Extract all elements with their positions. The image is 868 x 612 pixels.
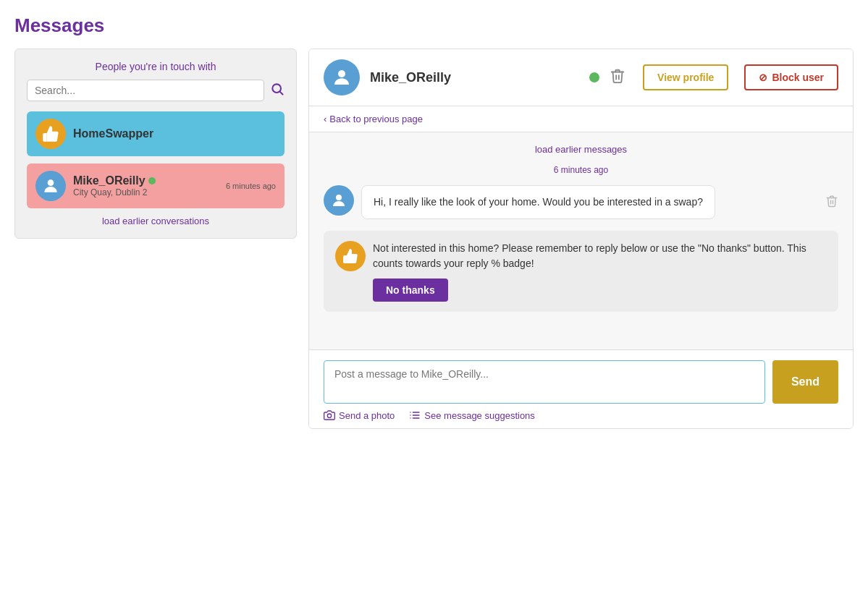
- svg-point-3: [338, 70, 345, 77]
- msg-avatar-mike: [324, 185, 354, 216]
- right-panel: Mike_OReilly View profile ⊘ Block user: [308, 48, 854, 429]
- svg-point-4: [336, 195, 342, 200]
- input-links: Send a photo See message suggestions: [324, 409, 838, 421]
- mike-time: 6 minutes ago: [226, 182, 276, 190]
- message-row-received: Hi, I really like the look of your home.…: [324, 185, 838, 219]
- svg-line-1: [280, 91, 283, 94]
- mike-name: Mike_OReilly: [73, 174, 219, 187]
- left-panel: People you're in touch with: [14, 48, 297, 239]
- message-bubble: Hi, I really like the look of your home.…: [361, 185, 715, 219]
- chat-delete-button[interactable]: [610, 68, 625, 88]
- msg-user-icon: [330, 192, 347, 209]
- contacts-heading: People you're in touch with: [27, 61, 285, 72]
- system-avatar: [335, 241, 366, 271]
- mike-location: City Quay, Dublin 2: [73, 187, 219, 197]
- mike-info: Mike_OReilly City Quay, Dublin 2: [73, 174, 219, 197]
- suggestions-icon: [409, 409, 421, 421]
- search-icon: [270, 82, 285, 96]
- load-earlier-conversations[interactable]: load earlier conversations: [27, 216, 285, 226]
- input-row: Send: [324, 360, 838, 404]
- search-container: [27, 80, 285, 101]
- camera-icon: [324, 409, 335, 421]
- thumbsup-icon-system: [342, 247, 359, 265]
- chat-online-indicator: [589, 72, 599, 82]
- conversation-item-homeswapper[interactable]: HomeSwapper: [27, 111, 285, 156]
- homeswapper-info: HomeSwapper: [73, 127, 276, 140]
- chat-header: Mike_OReilly View profile ⊘ Block user: [309, 49, 853, 106]
- chat-username: Mike_OReilly: [370, 70, 575, 85]
- mike-avatar: [35, 171, 66, 201]
- messages-area: load earlier messages 6 minutes ago Hi, …: [309, 132, 853, 349]
- search-button[interactable]: [270, 82, 285, 100]
- svg-point-2: [48, 179, 54, 186]
- notification-content: Not interested in this home? Please reme…: [373, 241, 827, 302]
- no-thanks-button[interactable]: No thanks: [373, 279, 448, 302]
- back-link[interactable]: ‹ Back to previous page: [309, 106, 853, 132]
- page-title: Messages: [14, 14, 854, 37]
- svg-point-5: [327, 414, 331, 417]
- send-photo-link[interactable]: Send a photo: [324, 409, 395, 421]
- mike-online-dot: [148, 177, 156, 184]
- thumbsup-icon: [41, 124, 60, 143]
- chat-user-icon: [331, 67, 353, 88]
- message-suggestions-link[interactable]: See message suggestions: [409, 409, 534, 421]
- search-input[interactable]: [27, 80, 264, 101]
- view-profile-button[interactable]: View profile: [643, 64, 728, 90]
- main-layout: People you're in touch with: [14, 48, 854, 429]
- msg-trash-icon: [825, 195, 838, 208]
- trash-icon: [610, 68, 625, 84]
- chevron-left-icon: ‹: [324, 114, 326, 124]
- notification-text: Not interested in this home? Please reme…: [373, 241, 827, 271]
- homeswapper-avatar: [35, 119, 66, 149]
- block-user-button[interactable]: ⊘ Block user: [744, 64, 838, 90]
- homeswapper-name: HomeSwapper: [73, 127, 276, 140]
- load-earlier-messages[interactable]: load earlier messages: [324, 144, 838, 155]
- notification-row: Not interested in this home? Please reme…: [324, 231, 838, 312]
- chat-header-avatar: [324, 59, 360, 95]
- conversation-item-mike[interactable]: Mike_OReilly City Quay, Dublin 2 6 minut…: [27, 163, 285, 208]
- message-timestamp: 6 minutes ago: [324, 165, 838, 175]
- message-delete-button[interactable]: [825, 195, 838, 211]
- block-icon: ⊘: [759, 72, 767, 83]
- send-button[interactable]: Send: [772, 360, 838, 404]
- input-area: Send Send a photo: [309, 349, 853, 428]
- message-input[interactable]: [324, 360, 765, 404]
- user-icon-mike: [41, 177, 60, 195]
